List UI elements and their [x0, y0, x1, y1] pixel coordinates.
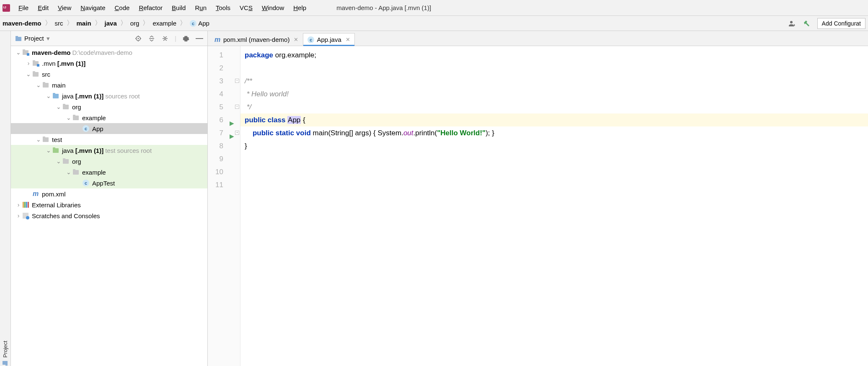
code-editor[interactable]: 1 2 3− 4 5− 6▶ 7▶+ 8 9 10 11 package org…	[208, 46, 868, 366]
svg-rect-2	[16, 37, 21, 41]
code-line[interactable]	[240, 62, 868, 75]
code-line[interactable]	[240, 152, 868, 165]
code-line[interactable]	[240, 178, 868, 191]
code-line[interactable]: package org.example;	[240, 49, 868, 62]
menu-refactor[interactable]: Refactor	[134, 3, 167, 13]
line-number[interactable]: 3−	[208, 75, 240, 88]
code-content[interactable]: package org.example; /** * Hello world! …	[240, 46, 868, 366]
add-configuration-button[interactable]: Add Configurat	[817, 18, 865, 29]
chevron-down-icon[interactable]: ⌄	[35, 82, 42, 88]
expand-all-icon[interactable]	[148, 35, 155, 42]
fold-icon[interactable]: −	[235, 79, 239, 83]
menu-help[interactable]: Help	[289, 3, 310, 13]
code-line[interactable]: public static void main(String[] args) {…	[240, 126, 868, 139]
tree-scratches[interactable]: › Scratches and Consoles	[11, 210, 207, 221]
breadcrumb-root[interactable]: maven-demo	[3, 20, 41, 27]
tree-external-libraries[interactable]: › External Libraries	[11, 199, 207, 210]
line-number[interactable]: 1	[208, 49, 240, 62]
line-number[interactable]: 7▶+	[208, 126, 240, 139]
tree-src[interactable]: ⌄ src	[11, 69, 207, 80]
code-line[interactable]	[240, 165, 868, 178]
project-tool-tab[interactable]: Project	[2, 41, 8, 366]
line-number[interactable]: 10	[208, 165, 240, 178]
chevron-down-icon[interactable]: ⌄	[35, 136, 42, 143]
menu-run[interactable]: Run	[191, 3, 211, 13]
chevron-right-icon[interactable]: ›	[15, 201, 22, 208]
menu-code[interactable]: Code	[111, 3, 134, 13]
chevron-right-icon[interactable]: ›	[15, 212, 22, 219]
breadcrumb-main[interactable]: main	[77, 20, 91, 27]
code-line[interactable]: /**	[240, 75, 868, 88]
chevron-down-icon[interactable]: ⌄	[45, 147, 52, 154]
window-title: maven-demo - App.java [.mvn (1)]	[336, 4, 431, 11]
chevron-down-icon[interactable]: ⌄	[15, 49, 22, 56]
breadcrumb-src[interactable]: src	[55, 20, 63, 27]
tree-test[interactable]: ⌄ test	[11, 134, 207, 145]
chevron-down-icon[interactable]: ⌄	[25, 71, 32, 77]
breadcrumb-sep: 〉	[94, 19, 102, 28]
menu-tools[interactable]: Tools	[212, 3, 235, 13]
tree-example-test[interactable]: ⌄ example	[11, 167, 207, 178]
menu-view[interactable]: View	[54, 3, 75, 13]
code-line[interactable]: */	[240, 101, 868, 113]
tree-org-test[interactable]: ⌄ org	[11, 156, 207, 167]
menu-navigate[interactable]: Navigate	[76, 3, 109, 13]
tab-pom[interactable]: m pom.xml (maven-demo) ✕	[209, 33, 303, 46]
breadcrumb-app[interactable]: c App	[190, 20, 209, 27]
line-number[interactable]: 5−	[208, 101, 240, 113]
chevron-down-icon[interactable]: ⌄	[45, 93, 52, 99]
build-hammer-icon[interactable]	[802, 19, 811, 28]
tree-pom[interactable]: m pom.xml	[11, 188, 207, 199]
tree-main[interactable]: ⌄ main	[11, 80, 207, 90]
close-tab-icon[interactable]: ✕	[294, 36, 298, 43]
chevron-down-icon[interactable]: ⌄	[65, 169, 72, 175]
tree-mvn[interactable]: › .mvn [.mvn (1)]	[11, 58, 207, 69]
menu-edit[interactable]: Edit	[34, 3, 53, 13]
menu-vcs[interactable]: VCS	[235, 3, 257, 13]
line-number[interactable]: 4	[208, 88, 240, 101]
tree-root[interactable]: ⌄ maven-demoD:\code\maven-demo	[11, 47, 207, 58]
tree-apptest[interactable]: c AppTest	[11, 178, 207, 188]
breadcrumb-org[interactable]: org	[130, 20, 140, 27]
tab-app[interactable]: c App.java ✕	[303, 33, 354, 46]
tree-java-test[interactable]: ⌄ java [.mvn (1)]test sources root	[11, 145, 207, 156]
settings-gear-icon[interactable]	[182, 35, 190, 42]
chevron-down-icon[interactable]: ⌄	[65, 114, 72, 121]
locate-icon[interactable]	[134, 35, 142, 42]
line-number[interactable]: 2	[208, 62, 240, 75]
sources-folder-icon	[53, 94, 59, 98]
tree-scratches-label: Scratches and Consoles	[32, 212, 100, 219]
chevron-down-icon[interactable]: ⌄	[55, 158, 62, 165]
hide-panel-icon[interactable]: —	[196, 35, 203, 42]
chevron-right-icon[interactable]: ›	[25, 60, 32, 67]
tree-apptest-label: AppTest	[92, 180, 115, 187]
chevron-down-icon[interactable]: ⌄	[55, 103, 62, 110]
menu-window[interactable]: Window	[258, 3, 288, 13]
tab-pom-label: pom.xml (maven-demo)	[223, 36, 289, 43]
line-number[interactable]: 9	[208, 152, 240, 165]
code-line[interactable]: * Hello world!	[240, 88, 868, 101]
code-line[interactable]: public class App {	[240, 113, 868, 126]
tree-org-main-label: org	[72, 103, 81, 111]
breadcrumb-example[interactable]: example	[152, 20, 176, 27]
tree-app[interactable]: c App	[11, 123, 207, 134]
line-number[interactable]: 6▶	[208, 113, 240, 126]
menu-file[interactable]: File	[14, 3, 33, 13]
close-tab-icon[interactable]: ✕	[346, 36, 350, 43]
svg-rect-3	[16, 36, 18, 37]
fold-icon[interactable]: +	[235, 131, 239, 135]
user-icon[interactable]	[787, 19, 796, 28]
gutter: 1 2 3− 4 5− 6▶ 7▶+ 8 9 10 11	[208, 46, 240, 366]
breadcrumb-java[interactable]: java	[105, 20, 117, 27]
panel-dropdown-icon[interactable]: ▾	[46, 35, 50, 42]
tree-src-label: src	[42, 71, 50, 78]
collapse-all-icon[interactable]	[161, 35, 169, 42]
tree-org-main[interactable]: ⌄ org	[11, 101, 207, 112]
line-number[interactable]: 11	[208, 178, 240, 191]
tree-example-main[interactable]: ⌄ example	[11, 112, 207, 123]
line-number[interactable]: 8	[208, 139, 240, 152]
fold-icon[interactable]: −	[235, 105, 239, 109]
tree-java-main[interactable]: ⌄ java [.mvn (1)]sources root	[11, 90, 207, 101]
code-line[interactable]: }	[240, 139, 868, 152]
menu-build[interactable]: Build	[168, 3, 190, 13]
